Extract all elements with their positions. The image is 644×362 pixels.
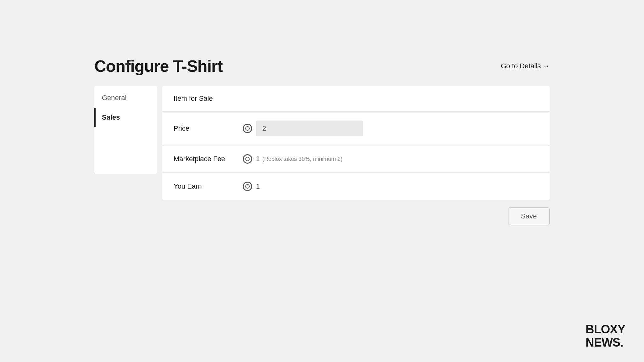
save-button[interactable]: Save — [508, 207, 550, 225]
robux-icon-earn — [243, 182, 252, 191]
you-earn-row: You Earn 1 — [162, 173, 550, 200]
main-panel: Item for Sale Price Marketplace Fee 1 — [162, 86, 550, 200]
price-input[interactable] — [256, 121, 363, 136]
page-title: Configure T-Shirt — [94, 57, 223, 76]
marketplace-fee-label: Marketplace Fee — [174, 155, 243, 163]
marketplace-fee-value: 1 — [256, 155, 260, 163]
item-for-sale-label: Item for Sale — [174, 94, 213, 103]
watermark: BLOXY NEWS. — [586, 323, 625, 349]
price-row: Price — [162, 112, 550, 145]
robux-icon-fee — [243, 154, 252, 164]
robux-icon-price — [243, 124, 252, 133]
watermark-line2: NEWS. — [586, 336, 625, 349]
price-label: Price — [174, 124, 243, 133]
marketplace-fee-row: Marketplace Fee 1 (Roblox takes 30%, min… — [162, 145, 550, 173]
save-button-container: Save — [94, 207, 550, 225]
go-to-details-link[interactable]: Go to Details → — [501, 62, 550, 70]
you-earn-label: You Earn — [174, 182, 243, 190]
sidebar: General Sales — [94, 86, 157, 174]
you-earn-value: 1 — [256, 182, 260, 190]
item-for-sale-row: Item for Sale — [162, 86, 550, 112]
sidebar-item-sales[interactable]: Sales — [94, 108, 157, 127]
sidebar-item-general[interactable]: General — [94, 88, 157, 108]
marketplace-fee-note: (Roblox takes 30%, minimum 2) — [262, 156, 342, 162]
watermark-line1: BLOXY — [586, 323, 625, 336]
